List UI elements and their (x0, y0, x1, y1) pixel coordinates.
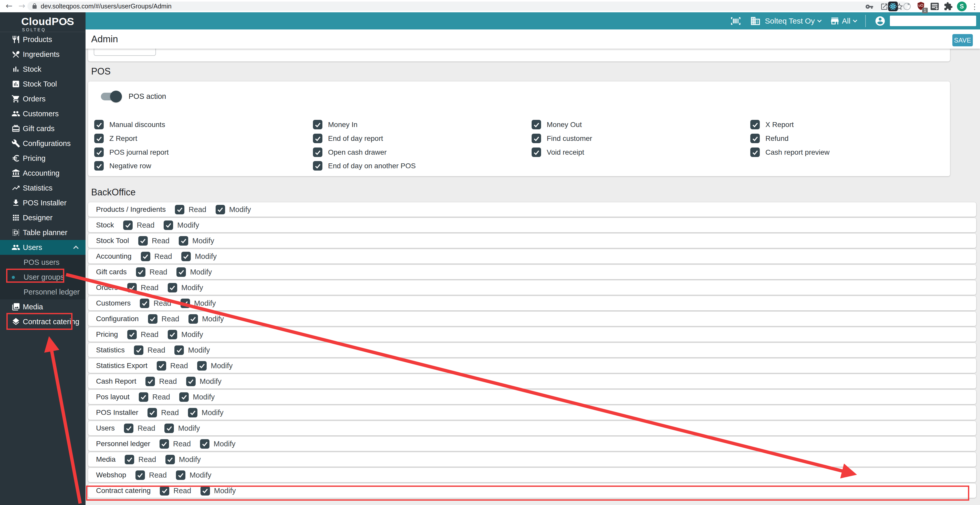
checkbox-checked[interactable] (168, 283, 177, 292)
save-button[interactable]: SAVE (952, 34, 973, 46)
pos-action-toggle[interactable] (101, 93, 120, 100)
checkbox-checked[interactable] (181, 299, 190, 308)
checkmark-icon (141, 299, 148, 307)
sidebar-item-pos-users[interactable]: POS users (0, 255, 86, 270)
sidebar-item-statistics[interactable]: Statistics (0, 180, 86, 195)
checkbox-checked[interactable] (313, 134, 322, 143)
sidebar-item-orders[interactable]: Orders (0, 91, 86, 106)
checkbox-checked[interactable] (179, 392, 189, 402)
checkbox-checked[interactable] (94, 161, 104, 170)
checkbox-checked[interactable] (531, 120, 541, 129)
sidebar-item-configurations[interactable]: Configurations (0, 136, 86, 151)
checkbox-checked[interactable] (157, 361, 166, 371)
sidebar-item-ingredients[interactable]: Ingredients (0, 47, 86, 62)
modify-permission: Modify (200, 439, 235, 449)
truncated-input-field[interactable] (94, 49, 156, 56)
store-scope-selector[interactable]: All (842, 17, 850, 25)
checkmark-icon (201, 440, 209, 448)
sidebar-item-personnel-ledger[interactable]: Personnel ledger (0, 285, 86, 299)
user-account-icon[interactable] (875, 15, 886, 27)
checkbox-checked[interactable] (313, 161, 322, 170)
checkbox-checked[interactable] (127, 283, 137, 292)
extensions-puzzle-icon[interactable] (943, 2, 953, 11)
sidebar-item-media[interactable]: Media (0, 299, 86, 314)
checkmark-icon (148, 409, 156, 416)
sidebar-item-stock[interactable]: Stock (0, 62, 86, 76)
barcode-icon[interactable] (730, 15, 741, 27)
checkbox-checked[interactable] (134, 346, 143, 355)
checkbox-checked[interactable] (181, 252, 191, 261)
halo-extension-icon[interactable] (902, 2, 912, 11)
checkbox-checked[interactable] (750, 120, 760, 129)
sidebar-item-user-groups[interactable]: User groups (0, 270, 86, 285)
checkbox-checked[interactable] (531, 134, 541, 143)
checkbox-checked[interactable] (200, 439, 210, 449)
checkbox-checked[interactable] (177, 268, 186, 277)
checkbox-checked[interactable] (197, 361, 207, 371)
checkbox-checked[interactable] (750, 134, 760, 143)
address-bar[interactable]: dev.solteqpos.com/#/users/userGroups/Adm… (27, 2, 908, 11)
browser-forward-icon[interactable]: → (18, 1, 25, 11)
sidebar-item-products[interactable]: Products (0, 32, 86, 47)
checkbox-checked[interactable] (145, 377, 155, 386)
sidebar-item-contract-catering[interactable]: Contract catering (0, 314, 86, 329)
checkbox-checked[interactable] (140, 299, 149, 308)
checkbox-checked[interactable] (168, 330, 177, 339)
sidebar-item-designer[interactable]: Designer (0, 210, 86, 225)
sidebar-item-users[interactable]: Users (0, 240, 86, 255)
checkbox-checked[interactable] (124, 424, 134, 433)
checkbox-checked[interactable] (127, 330, 137, 339)
company-selector[interactable]: Solteq Test Oy (765, 17, 815, 25)
checkbox-checked[interactable] (164, 220, 173, 230)
browser-back-icon[interactable]: ← (6, 1, 13, 11)
checkbox-checked[interactable] (165, 455, 175, 464)
checkbox-checked[interactable] (164, 424, 174, 433)
sidebar-item-accounting[interactable]: Accounting (0, 166, 86, 180)
sidebar-item-customers[interactable]: Customers (0, 106, 86, 121)
browser-profile-avatar[interactable]: S (957, 2, 967, 11)
checkbox-checked[interactable] (94, 120, 104, 129)
form-filler-icon[interactable] (930, 2, 940, 11)
checkbox-checked[interactable] (148, 314, 158, 324)
checkbox-checked[interactable] (531, 148, 541, 157)
checkbox-checked[interactable] (160, 486, 169, 495)
checkbox-checked[interactable] (188, 314, 198, 324)
react-devtools-icon[interactable] (888, 1, 898, 11)
company-building-icon[interactable] (750, 16, 761, 26)
sidebar-item-pricing[interactable]: Pricing (0, 151, 86, 166)
sidebar-item-table-planner[interactable]: Table planner (0, 225, 86, 240)
sidebar-item-gift-cards[interactable]: Gift cards (0, 121, 86, 136)
sidebar-item-pos-installer[interactable]: POS Installer (0, 195, 86, 210)
checkbox-checked[interactable] (175, 205, 185, 214)
checkbox-checked[interactable] (125, 455, 134, 464)
checkbox-checked[interactable] (135, 470, 145, 480)
checkbox-checked[interactable] (94, 148, 104, 157)
header-search-input[interactable] (890, 16, 976, 26)
checkbox-checked[interactable] (148, 408, 157, 417)
store-icon[interactable] (830, 16, 840, 26)
sidebar-item-stock-tool[interactable]: Stock Tool (0, 76, 86, 91)
checkbox-checked[interactable] (94, 134, 104, 143)
checkbox-checked[interactable] (159, 439, 169, 449)
checkbox-checked[interactable] (123, 220, 133, 230)
key-icon[interactable] (865, 3, 873, 11)
checkbox-checked[interactable] (136, 268, 145, 277)
sidebar-collapse-icon[interactable]: ‹ (66, 16, 69, 27)
share-icon[interactable] (880, 3, 888, 11)
checkbox-checked[interactable] (750, 148, 760, 157)
checkbox-checked[interactable] (138, 236, 148, 245)
checkbox-checked[interactable] (216, 205, 225, 214)
adblock-shield-icon[interactable]: uO 1 (916, 1, 926, 12)
checkbox-checked[interactable] (188, 408, 197, 417)
browser-menu-icon[interactable]: ⋮ (971, 2, 978, 11)
checkbox-checked[interactable] (139, 392, 148, 402)
checkbox-checked[interactable] (179, 236, 188, 245)
backoffice-row-cash-report: Cash ReportReadModify (88, 374, 976, 389)
checkbox-checked[interactable] (186, 377, 196, 386)
checkbox-checked[interactable] (174, 346, 184, 355)
checkbox-checked[interactable] (200, 486, 210, 495)
checkbox-checked[interactable] (176, 470, 185, 480)
checkbox-checked[interactable] (313, 120, 322, 129)
checkbox-checked[interactable] (313, 148, 322, 157)
checkbox-checked[interactable] (141, 252, 150, 261)
